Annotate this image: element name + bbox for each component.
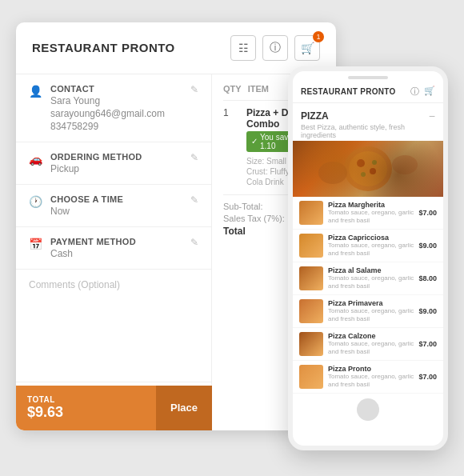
total-amount: $9.63 [27,404,145,421]
contact-name: Sara Young [50,95,182,106]
payment-icon: 📅 [29,238,42,250]
total-section: TOTAL $9.63 [16,386,156,430]
mobile-info-icon[interactable]: ⓘ [410,86,419,98]
payment-value: Cash [50,248,182,259]
scene: RESTAURANT PRONTO ☷ ⓘ 🛒 1 👤 [16,22,448,454]
pizza-price: $7.00 [418,209,437,217]
mobile-pizza-item[interactable]: Pizza Capricciosa Tomato sauce, oregano,… [293,230,443,262]
pizza-price: $7.00 [418,340,437,348]
contact-section: 👤 CONTACT Sara Young sarayoung646@gmail.… [16,74,211,142]
time-content: CHOOSE A TIME Now [50,194,182,217]
pizza-thumbnail [299,266,323,290]
pizza-thumbnail [299,299,323,323]
ordering-label: ORDERING METHOD [50,152,182,162]
mobile-title: RESTAURANT PRONTO [301,87,396,96]
comments-area: Comments (Optional) [16,270,211,382]
pizza-info: Pizza Capricciosa Tomato sauce, oregano,… [328,234,414,257]
mobile-section-desc: Best Pizza, authentic style, fresh ingre… [301,123,435,139]
pizza-name: Pizza Pronto [328,365,414,373]
payment-content: PAYMENT METHOD Cash [50,237,182,259]
contact-edit-button[interactable]: ✎ [190,84,198,95]
mobile-pizza-item[interactable]: Pizza Margherita Tomato sauce, oregano, … [293,197,443,230]
info-button[interactable]: ⓘ [262,35,288,61]
contact-label: CONTACT [50,84,182,94]
time-value: Now [50,206,182,217]
checkout-footer: TOTAL $9.63 Place [16,386,212,430]
restaurant-name: RESTAURANT PRONTO [32,41,175,54]
time-edit-button[interactable]: ✎ [190,194,198,206]
mobile-overlay: RESTAURANT PRONTO ⓘ 🛒 PIZZA − Best Pizza… [288,66,448,450]
payment-edit-button[interactable]: ✎ [190,237,198,248]
left-panel: 👤 CONTACT Sara Young sarayoung646@gmail.… [16,74,212,430]
menu-icon: ☷ [238,42,249,54]
payment-section: 📅 PAYMENT METHOD Cash ✎ [16,227,211,270]
pizza-thumbnail [299,234,323,258]
pizza-name: Pizza Calzone [328,332,414,340]
info-icon: ⓘ [270,41,281,55]
mobile-hero-image [293,141,443,197]
ordering-edit-button[interactable]: ✎ [190,152,198,163]
mobile-header-icons: ⓘ 🛒 [410,86,435,98]
pizza-desc: Tomato sauce, oregano, garlic and fresh … [328,307,414,322]
total-label: TOTAL [27,395,145,404]
pizza-price: $9.00 [418,307,437,315]
svg-point-2 [357,159,365,167]
col-qty: Qty [223,84,242,94]
pizza-name: Pizza Capricciosa [328,234,414,242]
pizza-desc: Tomato sauce, oregano, garlic and fresh … [328,340,414,355]
checkmark-icon: ✓ [251,137,258,146]
menu-button[interactable]: ☷ [230,35,256,61]
pizza-info: Pizza Pronto Tomato sauce, oregano, garl… [328,365,414,388]
time-label: CHOOSE A TIME [50,194,182,204]
mobile-cart-icon[interactable]: 🛒 [424,86,435,98]
mobile-pizza-item[interactable]: Pizza Primavera Tomato sauce, oregano, g… [293,295,443,328]
mobile-collapse-icon[interactable]: − [429,110,435,122]
contact-icon: 👤 [29,85,42,98]
mobile-notch [348,76,388,79]
pizza-desc: Tomato sauce, oregano, garlic and fresh … [328,274,414,290]
pizza-price: $9.00 [418,242,437,250]
mobile-section-title: PIZZA [301,110,329,122]
time-icon: 🕐 [29,195,42,208]
comments-placeholder: Comments (Optional) [29,279,198,290]
mobile-home-button[interactable] [357,398,379,421]
svg-point-1 [349,151,387,186]
mobile-pizza-item[interactable]: Pizza Pronto Tomato sauce, oregano, garl… [293,361,443,394]
pizza-info: Pizza Calzone Tomato sauce, oregano, gar… [328,332,414,355]
ordering-content: ORDERING METHOD Pickup [50,152,182,174]
pizza-desc: Tomato sauce, oregano, garlic and fresh … [328,242,414,257]
pizza-hero-svg [293,141,443,197]
svg-point-4 [361,172,366,177]
pizza-thumbnail [299,332,323,356]
contact-content: CONTACT Sara Young sarayoung646@gmail.co… [50,84,182,132]
pizza-info: Pizza Margherita Tomato sauce, oregano, … [328,201,414,224]
svg-point-5 [372,160,377,165]
cart-button[interactable]: 🛒 1 [294,35,320,61]
subtotal-label: Sub-Total: [223,202,263,211]
card-header: RESTAURANT PRONTO ☷ ⓘ 🛒 1 [16,22,336,74]
ordering-icon: 🚗 [29,153,42,166]
pizza-desc: Tomato sauce, oregano, garlic and fresh … [328,373,414,388]
tax-label: Sales Tax (7%): [223,214,285,223]
ordering-value: Pickup [50,163,182,174]
mobile-header: RESTAURANT PRONTO ⓘ 🛒 [293,82,443,103]
contact-email: sarayoung646@gmail.com [50,108,182,119]
mobile-section-header: PIZZA − Best Pizza, authentic style, fre… [293,103,443,141]
svg-point-3 [370,168,376,174]
place-order-button[interactable]: Place [156,386,212,430]
pizza-price: $8.00 [418,274,437,282]
mobile-pizza-item[interactable]: Pizza al Salame Tomato sauce, oregano, g… [293,262,443,295]
cart-icon: 🛒 [301,42,314,54]
pizza-name: Pizza Primavera [328,299,414,307]
pizza-info: Pizza Primavera Tomato sauce, oregano, g… [328,299,414,322]
pizza-thumbnail [299,201,323,225]
header-icons: ☷ ⓘ 🛒 1 [230,35,320,61]
contact-phone: 834758299 [50,121,182,132]
mobile-pizza-item[interactable]: Pizza Calzone Tomato sauce, oregano, gar… [293,328,443,361]
payment-label: PAYMENT METHOD [50,237,182,246]
svg-point-7 [392,155,418,174]
item-qty: 1 [223,107,243,118]
cart-badge: 1 [313,31,324,42]
mobile-pizza-list: Pizza Margherita Tomato sauce, oregano, … [293,197,443,394]
pizza-thumbnail [299,365,323,389]
